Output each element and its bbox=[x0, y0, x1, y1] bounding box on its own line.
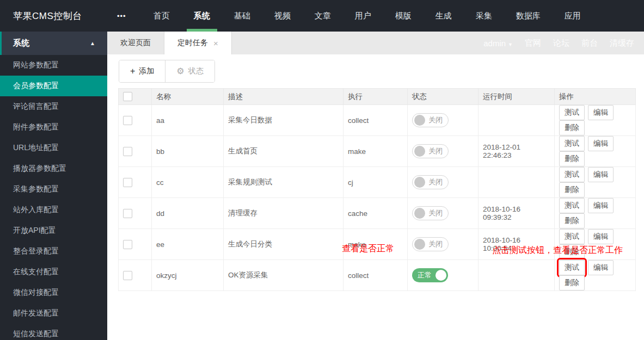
sidebar-item-email-config[interactable]: 邮件发送配置 bbox=[0, 303, 107, 324]
toggle-knob bbox=[436, 270, 446, 281]
annotation-test-note: 点击测试按钮，查看是否正常工作 bbox=[492, 245, 623, 256]
cell-runtime bbox=[479, 260, 555, 291]
test-button[interactable]: 测试 bbox=[559, 105, 585, 120]
edit-button[interactable]: 编辑 bbox=[588, 229, 614, 244]
delete-button[interactable]: 删除 bbox=[559, 182, 585, 197]
sidebar-item-comment-config[interactable]: 评论留言配置 bbox=[0, 96, 107, 117]
sidebar-item-open-api-config[interactable]: 开放API配置 bbox=[0, 220, 107, 241]
cell-exec: collect bbox=[344, 105, 408, 136]
close-icon[interactable]: × bbox=[213, 39, 218, 48]
nav-item-generate[interactable]: 生成 bbox=[428, 0, 459, 32]
nav-item-apps[interactable]: 应用 bbox=[557, 0, 588, 32]
nav-item-database[interactable]: 数据库 bbox=[509, 0, 548, 32]
sidebar-item-payment-config[interactable]: 在线支付配置 bbox=[0, 262, 107, 282]
row-checkbox[interactable] bbox=[123, 240, 132, 249]
row-checkbox[interactable] bbox=[123, 116, 132, 125]
sidebar-item-site-params[interactable]: 网站参数配置 bbox=[0, 55, 107, 76]
edit-button[interactable]: 编辑 bbox=[588, 136, 614, 151]
test-button[interactable]: 测试 bbox=[559, 167, 585, 182]
sidebar-item-attachment-config[interactable]: 附件参数配置 bbox=[0, 117, 107, 138]
annotation-status-note: 查看是否正常 bbox=[342, 243, 394, 255]
user-dropdown[interactable]: admin▼ bbox=[483, 39, 513, 48]
cell-runtime: 2018-12-01 22:46:23 bbox=[479, 136, 555, 167]
table-row: dd 清理缓存 cache 关闭 2018-10-16 09:39:32 测试编… bbox=[119, 198, 636, 229]
sidebar-item-player-config[interactable]: 播放器参数配置 bbox=[0, 158, 107, 179]
tab-scheduled-tasks[interactable]: 定时任务 × bbox=[164, 32, 232, 54]
cell-name: cc bbox=[152, 167, 224, 198]
test-button-highlighted[interactable]: 测试 bbox=[559, 260, 585, 275]
row-checkbox[interactable] bbox=[123, 178, 132, 187]
col-header-status: 状态 bbox=[408, 89, 479, 105]
tab-scheduled-tasks-label: 定时任务 bbox=[177, 38, 208, 48]
status-toggle[interactable]: 关闭 bbox=[412, 113, 449, 127]
nav-item-user[interactable]: 用户 bbox=[348, 0, 378, 32]
sidebar-item-url-config[interactable]: URL地址配置 bbox=[0, 138, 107, 158]
sidebar-item-login-config[interactable]: 整合登录配置 bbox=[0, 241, 107, 262]
link-forum[interactable]: 论坛 bbox=[553, 38, 569, 48]
delete-button[interactable]: 删除 bbox=[559, 120, 585, 135]
nav-item-basic[interactable]: 基础 bbox=[227, 0, 257, 32]
status-button[interactable]: ⚙ 状态 bbox=[165, 60, 214, 82]
table-row: bb 生成首页 make 关闭 2018-12-01 22:46:23 测试编辑… bbox=[119, 136, 636, 167]
link-frontend[interactable]: 前台 bbox=[581, 38, 598, 48]
select-all-checkbox[interactable] bbox=[123, 92, 132, 101]
table-row: aa 采集今日数据 collect 关闭 测试编辑删除 bbox=[119, 105, 636, 136]
sidebar-item-offsite-config[interactable]: 站外入库配置 bbox=[0, 200, 107, 220]
toolbar: + 添加 ⚙ 状态 bbox=[119, 60, 215, 83]
sidebar-group-system[interactable]: 系统 ▲ bbox=[0, 32, 107, 55]
main-area: 欢迎页面 定时任务 × admin▼ 官网 论坛 前台 清缓存 + 添加 ⚙ 状… bbox=[107, 32, 644, 340]
sidebar: 系统 ▲ 网站参数配置 会员参数配置 评论留言配置 附件参数配置 URL地址配置… bbox=[0, 32, 107, 340]
cell-name: aa bbox=[152, 105, 224, 136]
menu-dots-icon[interactable]: ••• bbox=[112, 12, 132, 20]
row-checkbox[interactable] bbox=[123, 209, 132, 218]
cell-name: dd bbox=[152, 198, 224, 229]
toggle-knob bbox=[414, 146, 425, 157]
link-clear-cache[interactable]: 清缓存 bbox=[610, 38, 634, 48]
sidebar-item-wechat-config[interactable]: 微信对接配置 bbox=[0, 282, 107, 303]
test-button[interactable]: 测试 bbox=[559, 136, 585, 151]
nav-item-video[interactable]: 视频 bbox=[267, 0, 298, 32]
nav-item-template[interactable]: 模版 bbox=[388, 0, 419, 32]
tab-welcome[interactable]: 欢迎页面 bbox=[107, 32, 164, 54]
cell-exec: cj bbox=[344, 167, 408, 198]
cell-exec: cache bbox=[344, 198, 408, 229]
table-header-row: 名称 描述 执行 状态 运行时间 操作 bbox=[119, 89, 636, 105]
tab-welcome-label: 欢迎页面 bbox=[120, 38, 151, 48]
nav-item-home[interactable]: 首页 bbox=[146, 0, 177, 32]
status-toggle[interactable]: 关闭 bbox=[412, 175, 449, 189]
cell-exec: collect bbox=[344, 260, 408, 291]
nav-item-collect[interactable]: 采集 bbox=[469, 0, 499, 32]
nav-item-article[interactable]: 文章 bbox=[308, 0, 338, 32]
delete-button[interactable]: 删除 bbox=[559, 151, 585, 166]
tab-bar: 欢迎页面 定时任务 × admin▼ 官网 论坛 前台 清缓存 bbox=[107, 32, 644, 54]
status-toggle[interactable]: 正常 bbox=[412, 268, 448, 282]
add-button[interactable]: + 添加 bbox=[119, 60, 165, 82]
status-toggle[interactable]: 关闭 bbox=[412, 237, 449, 251]
edit-button[interactable]: 编辑 bbox=[588, 260, 614, 275]
sidebar-item-collect-config[interactable]: 采集参数配置 bbox=[0, 179, 107, 200]
row-checkbox[interactable] bbox=[123, 271, 132, 280]
delete-button[interactable]: 删除 bbox=[559, 275, 585, 290]
edit-button[interactable]: 编辑 bbox=[588, 167, 614, 182]
gear-icon: ⚙ bbox=[176, 67, 184, 76]
sidebar-item-member-params[interactable]: 会员参数配置 bbox=[0, 76, 107, 96]
chevron-down-icon: ▼ bbox=[508, 42, 513, 47]
sidebar-item-sms-config[interactable]: 短信发送配置 bbox=[0, 324, 107, 340]
cell-name: ee bbox=[152, 229, 224, 260]
cell-runtime: 2018-10-16 09:39:32 bbox=[479, 198, 555, 229]
cell-desc: 采集今日数据 bbox=[224, 105, 344, 136]
cell-name: okzycj bbox=[152, 260, 224, 291]
collapse-arrow-icon[interactable]: ▲ bbox=[90, 40, 95, 46]
link-official-site[interactable]: 官网 bbox=[525, 38, 541, 48]
nav-item-system[interactable]: 系统 bbox=[187, 0, 217, 32]
cell-desc: 清理缓存 bbox=[224, 198, 344, 229]
test-button[interactable]: 测试 bbox=[559, 198, 585, 213]
delete-button[interactable]: 删除 bbox=[559, 213, 585, 228]
row-checkbox[interactable] bbox=[123, 147, 132, 156]
edit-button[interactable]: 编辑 bbox=[588, 198, 614, 213]
test-button[interactable]: 测试 bbox=[559, 229, 585, 244]
status-toggle[interactable]: 关闭 bbox=[412, 206, 449, 220]
edit-button[interactable]: 编辑 bbox=[588, 105, 614, 120]
table-row: okzycj OK资源采集 collect 正常 测试编辑删除 bbox=[119, 260, 636, 291]
status-toggle[interactable]: 关闭 bbox=[412, 144, 449, 158]
